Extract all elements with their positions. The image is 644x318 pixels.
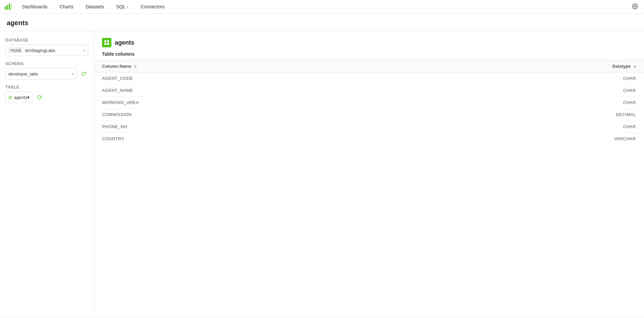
- datatype-cell: VARCHAR: [408, 133, 644, 145]
- table-select[interactable]: ⊞ agents ▾: [5, 92, 33, 103]
- table-chevron-icon: ▾: [27, 95, 30, 100]
- database-select[interactable]: mysql dmStagingLabs ▾: [5, 45, 88, 56]
- nav-charts[interactable]: Charts: [55, 0, 78, 14]
- sql-dropdown-arrow: ▾: [127, 5, 129, 9]
- column-name-header[interactable]: Column Name ⇅: [94, 60, 408, 72]
- table-label: Table: [5, 85, 88, 90]
- database-control: Database mysql dmStagingLabs ▾: [5, 38, 88, 56]
- nav-connectors[interactable]: Connectors: [136, 0, 169, 14]
- svg-rect-2: [9, 4, 10, 10]
- schema-value: developer_labs: [8, 71, 71, 76]
- table-row: PHONE_NO CHAR: [94, 121, 644, 133]
- datatype-cell: CHAR: [408, 85, 644, 97]
- nav-dashboards[interactable]: Dashboards: [17, 0, 52, 14]
- app-logo[interactable]: [4, 2, 12, 11]
- datatype-sort-icon: ⇅: [633, 65, 636, 68]
- table-big-icon: [102, 38, 111, 47]
- table-row: WORKING_AREA CHAR: [94, 97, 644, 109]
- column-sort-icon: ⇅: [134, 65, 137, 68]
- main-layout: Database mysql dmStagingLabs ▾ Schema de…: [0, 31, 644, 318]
- column-name-cell: WORKING_AREA: [94, 97, 408, 109]
- svg-rect-1: [7, 5, 8, 10]
- schema-chevron-icon: ▾: [72, 72, 74, 76]
- svg-point-4: [634, 5, 636, 7]
- table-row: AGENT_NAME CHAR: [94, 85, 644, 97]
- nav-datasets[interactable]: Datasets: [81, 0, 109, 14]
- table-value: agents: [14, 95, 27, 100]
- nav-sql[interactable]: SQL ▾: [111, 0, 133, 14]
- datatype-header[interactable]: Datatype ⇅: [408, 60, 644, 72]
- column-name-cell: COMMISSION: [94, 109, 408, 121]
- svg-rect-3: [11, 3, 11, 10]
- database-label: Database: [5, 38, 88, 43]
- datatype-cell: CHAR: [408, 72, 644, 85]
- schema-row: developer_labs ▾: [5, 68, 88, 80]
- svg-rect-6: [107, 40, 109, 42]
- page-title: agents: [0, 14, 644, 31]
- svg-rect-8: [107, 43, 109, 45]
- column-name-cell: PHONE_NO: [94, 121, 408, 133]
- datatype-cell: DECIMAL: [408, 109, 644, 121]
- main-content: agents Table columns Column Name ⇅ Datat…: [94, 31, 644, 318]
- database-badge: mysql: [8, 47, 23, 53]
- table-row: ⊞ agents ▾: [5, 92, 88, 103]
- database-value: dmStagingLabs: [25, 48, 82, 53]
- table-row: COUNTRY VARCHAR: [94, 133, 644, 145]
- navbar: Dashboards Charts Datasets SQL ▾ Connect…: [0, 0, 644, 14]
- table-refresh-button[interactable]: [35, 93, 44, 102]
- table-row: AGENT_CODE CHAR: [94, 72, 644, 85]
- table-header-area: agents: [94, 31, 644, 51]
- schema-refresh-button[interactable]: [79, 69, 88, 78]
- column-name-cell: AGENT_NAME: [94, 85, 408, 97]
- table-control: Table ⊞ agents ▾: [5, 85, 88, 103]
- datatype-cell: CHAR: [408, 121, 644, 133]
- settings-gear-icon[interactable]: [630, 1, 640, 12]
- sidebar: Database mysql dmStagingLabs ▾ Schema de…: [0, 31, 94, 318]
- column-name-cell: COUNTRY: [94, 133, 408, 145]
- schema-select[interactable]: developer_labs ▾: [5, 68, 77, 80]
- schema-label: Schema: [5, 61, 88, 66]
- table-columns-label: Table columns: [94, 51, 644, 60]
- column-name-cell: AGENT_CODE: [94, 72, 408, 85]
- svg-rect-7: [104, 43, 106, 45]
- datatype-cell: CHAR: [408, 97, 644, 109]
- svg-rect-5: [104, 40, 106, 42]
- table-row: COMMISSION DECIMAL: [94, 109, 644, 121]
- table-grid-icon: ⊞: [8, 95, 12, 100]
- database-chevron-icon: ▾: [84, 49, 85, 52]
- columns-table: Column Name ⇅ Datatype ⇅ AGENT_CODE CHAR…: [94, 60, 644, 145]
- svg-rect-0: [5, 6, 6, 10]
- main-table-title: agents: [115, 39, 134, 46]
- schema-control: Schema developer_labs ▾: [5, 61, 88, 80]
